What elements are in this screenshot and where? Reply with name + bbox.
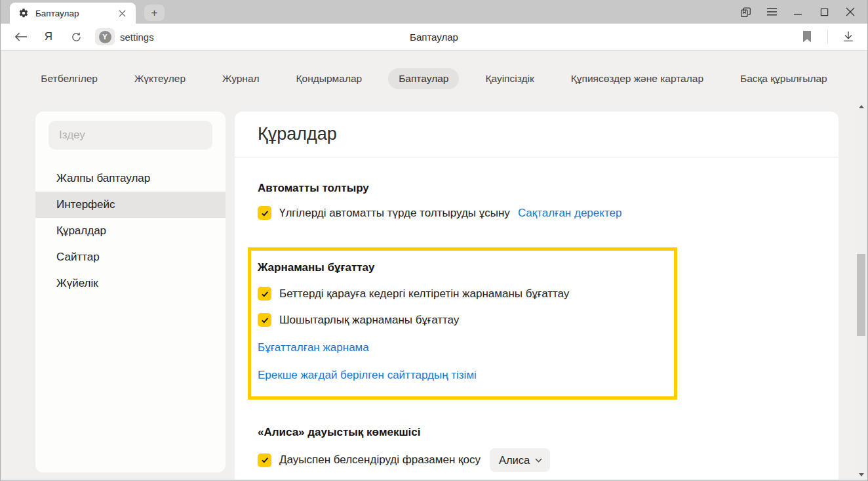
yandex-logo[interactable]: Я — [37, 30, 60, 43]
saved-data-link[interactable]: Сақталған деректер — [518, 207, 622, 220]
checkbox-checked[interactable] — [258, 287, 271, 301]
alice-checkbox-row: Дауыспен белсендіруді фразамен қосу Алис… — [258, 448, 838, 472]
nav-tab-passwords[interactable]: Құпиясөздер және карталар — [561, 68, 714, 89]
sidebar-item-general[interactable]: Жалпы баптаулар — [35, 165, 226, 192]
scroll-up-button[interactable] — [856, 102, 867, 111]
autofill-section-title: Автоматты толтыру — [258, 182, 838, 195]
settings-page: Бетбелгілер Жүктеулер Журнал Қондырмалар… — [1, 51, 867, 481]
settings-sidebar: Жалпы баптаулар Интерфейс Құралдар Сайтт… — [35, 112, 226, 472]
url-text[interactable]: settings — [120, 31, 154, 43]
autofill-checkbox-row: Үлгілерді автоматты түрде толтыруды ұсын… — [258, 206, 838, 220]
browser-tab[interactable]: Баптаулар — [10, 3, 136, 24]
checkbox-checked[interactable] — [258, 206, 271, 220]
adblock-highlighted-section: Жарнаманы бұғаттау Беттерді қарауға кеде… — [248, 247, 677, 400]
tab-title: Баптаулар — [35, 9, 115, 18]
sidebar-item-tools[interactable]: Құралдар — [35, 218, 226, 244]
window-controls — [732, 0, 863, 24]
browser-window: Баптаулар + — [0, 0, 868, 481]
site-icon: Y — [99, 31, 111, 43]
minimize-button[interactable] — [785, 0, 811, 24]
nav-tab-bookmarks[interactable]: Бетбелгілер — [30, 68, 108, 89]
adblock-section-title: Жарнаманы бұғаттау — [258, 261, 661, 274]
page-title: Құралдар — [258, 124, 337, 144]
dropdown-value: Алиса — [499, 454, 530, 467]
checkbox-label: Беттерді қарауға кедергі келтіретін жарн… — [279, 287, 569, 301]
sidebar-list: Жалпы баптаулар Интерфейс Құралдар Сайтт… — [35, 165, 226, 297]
maximize-button[interactable] — [811, 0, 837, 24]
site-protect-badge[interactable]: Y — [95, 28, 115, 45]
exception-sites-link[interactable]: Ерекше жағдай берілген сайттардың тізімі — [258, 369, 661, 382]
toolbar-right — [796, 24, 859, 50]
settings-nav: Бетбелгілер Жүктеулер Журнал Қондырмалар… — [1, 68, 867, 89]
nav-tab-settings[interactable]: Баптаулар — [388, 68, 459, 89]
search-input[interactable] — [49, 121, 212, 150]
nav-tab-security[interactable]: Қауіпсіздік — [475, 68, 544, 89]
refresh-button[interactable] — [65, 26, 87, 48]
chevron-down-icon — [535, 458, 542, 463]
downloads-icon[interactable] — [837, 26, 859, 48]
menu-icon[interactable] — [759, 0, 785, 24]
back-button[interactable] — [10, 26, 32, 48]
checkbox-label: Шошытарлық жарнаманы бұғаттау — [279, 314, 459, 327]
bookmark-icon[interactable] — [796, 26, 818, 48]
triangle-up-icon — [859, 105, 864, 108]
settings-gear-icon — [18, 8, 29, 18]
alice-phrase-dropdown[interactable]: Алиса — [490, 448, 550, 472]
omnibox-page-title: Баптаулар — [410, 31, 458, 43]
main-body: Автоматты толтыру Үлгілерді автоматты тү… — [235, 182, 838, 472]
triangle-down-icon — [859, 473, 864, 476]
alice-section-title: «Алиса» дауыстық көмекшісі — [258, 426, 838, 439]
settings-main: Құралдар Автоматты толтыру Үлгілерді авт… — [235, 112, 838, 481]
blocked-ads-link[interactable]: Бұғатталған жарнама — [258, 341, 661, 354]
adblock-checkbox-row: Беттерді қарауға кедергі келтіретін жарн… — [258, 287, 661, 301]
sidebar-item-system[interactable]: Жүйелік — [35, 270, 226, 297]
checkmark-icon — [260, 316, 269, 325]
toolbar-divider — [827, 30, 828, 43]
checkbox-label: Үлгілерді автоматты түрде толтыруды ұсын… — [279, 207, 510, 220]
address-toolbar: Я Y settings Баптаулар — [1, 24, 867, 51]
scrollbar[interactable] — [856, 102, 867, 479]
tab-close-icon[interactable] — [115, 6, 129, 20]
adblock-checkbox-row: Шошытарлық жарнаманы бұғаттау — [258, 313, 661, 327]
nav-tab-downloads[interactable]: Жүктеулер — [124, 68, 196, 89]
checkmark-icon — [260, 455, 269, 465]
checkbox-checked[interactable] — [258, 453, 271, 467]
sidebar-item-sites[interactable]: Сайттар — [35, 244, 226, 270]
nav-tab-history[interactable]: Журнал — [212, 68, 270, 89]
main-header: Құралдар — [235, 112, 838, 157]
new-tab-button[interactable]: + — [144, 5, 165, 21]
checkbox-checked[interactable] — [258, 313, 271, 327]
nav-tab-extensions[interactable]: Қондырмалар — [286, 68, 373, 89]
tab-strip: Баптаулар + — [1, 0, 867, 24]
checkmark-icon — [260, 289, 269, 299]
sidebar-item-interface[interactable]: Интерфейс — [35, 192, 226, 218]
scrollbar-thumb[interactable] — [857, 254, 865, 336]
tab-panels-icon[interactable] — [732, 0, 759, 24]
checkbox-label: Дауыспен белсендіруді фразамен қосу — [279, 453, 481, 467]
scroll-down-button[interactable] — [856, 470, 867, 479]
checkmark-icon — [260, 209, 269, 218]
close-window-button[interactable] — [837, 0, 863, 24]
toolbar-left: Я Y settings — [10, 24, 154, 50]
nav-tab-other-devices[interactable]: Басқа құрылғылар — [730, 68, 838, 89]
